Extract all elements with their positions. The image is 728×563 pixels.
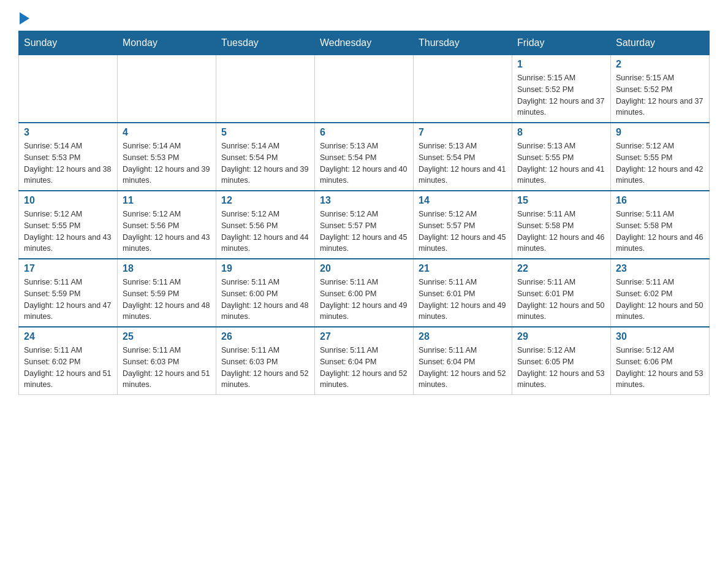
day-info: Sunrise: 5:11 AMSunset: 6:04 PMDaylight:… [419, 345, 507, 391]
day-info: Sunrise: 5:13 AMSunset: 5:55 PMDaylight:… [517, 140, 605, 186]
calendar-week-row-4: 17Sunrise: 5:11 AMSunset: 5:59 PMDayligh… [19, 259, 710, 327]
calendar-cell: 20Sunrise: 5:11 AMSunset: 6:00 PMDayligh… [315, 259, 414, 327]
day-number: 30 [616, 331, 704, 342]
day-info: Sunrise: 5:11 AMSunset: 5:58 PMDaylight:… [616, 209, 704, 255]
day-number: 6 [320, 127, 408, 138]
day-number: 13 [320, 195, 408, 206]
day-info: Sunrise: 5:11 AMSunset: 6:03 PMDaylight:… [123, 345, 211, 391]
day-info: Sunrise: 5:13 AMSunset: 5:54 PMDaylight:… [320, 140, 408, 186]
day-info: Sunrise: 5:15 AMSunset: 5:52 PMDaylight:… [616, 72, 704, 118]
page-header [18, 12, 710, 25]
calendar-cell: 10Sunrise: 5:12 AMSunset: 5:55 PMDayligh… [19, 191, 118, 259]
weekday-header-wednesday: Wednesday [315, 31, 414, 55]
day-number: 9 [616, 127, 704, 138]
weekday-header-sunday: Sunday [19, 31, 118, 55]
calendar-week-row-2: 3Sunrise: 5:14 AMSunset: 5:53 PMDaylight… [19, 123, 710, 191]
day-info: Sunrise: 5:12 AMSunset: 5:55 PMDaylight:… [616, 140, 704, 186]
calendar-cell: 17Sunrise: 5:11 AMSunset: 5:59 PMDayligh… [19, 259, 118, 327]
day-info: Sunrise: 5:12 AMSunset: 5:57 PMDaylight:… [419, 209, 507, 255]
calendar-cell: 28Sunrise: 5:11 AMSunset: 6:04 PMDayligh… [414, 327, 512, 395]
calendar-cell [118, 55, 216, 123]
day-info: Sunrise: 5:11 AMSunset: 6:03 PMDaylight:… [221, 345, 309, 391]
day-number: 28 [419, 331, 507, 342]
calendar-cell: 15Sunrise: 5:11 AMSunset: 5:58 PMDayligh… [512, 191, 611, 259]
weekday-header-monday: Monday [118, 31, 216, 55]
day-number: 2 [616, 59, 704, 70]
day-info: Sunrise: 5:11 AMSunset: 6:01 PMDaylight:… [517, 277, 605, 323]
calendar-cell: 6Sunrise: 5:13 AMSunset: 5:54 PMDaylight… [315, 123, 414, 191]
day-info: Sunrise: 5:11 AMSunset: 5:59 PMDaylight:… [123, 277, 211, 323]
calendar-cell [19, 55, 118, 123]
day-number: 22 [517, 263, 605, 274]
calendar-cell: 9Sunrise: 5:12 AMSunset: 5:55 PMDaylight… [611, 123, 710, 191]
calendar-cell: 21Sunrise: 5:11 AMSunset: 6:01 PMDayligh… [414, 259, 512, 327]
calendar-cell: 22Sunrise: 5:11 AMSunset: 6:01 PMDayligh… [512, 259, 611, 327]
calendar-cell: 2Sunrise: 5:15 AMSunset: 5:52 PMDaylight… [611, 55, 710, 123]
day-info: Sunrise: 5:12 AMSunset: 5:56 PMDaylight:… [123, 209, 211, 255]
day-number: 14 [419, 195, 507, 206]
day-number: 27 [320, 331, 408, 342]
weekday-header-friday: Friday [512, 31, 611, 55]
calendar-cell: 26Sunrise: 5:11 AMSunset: 6:03 PMDayligh… [216, 327, 315, 395]
day-number: 1 [517, 59, 605, 70]
day-number: 19 [221, 263, 309, 274]
calendar-cell: 30Sunrise: 5:12 AMSunset: 6:06 PMDayligh… [611, 327, 710, 395]
logo [18, 12, 29, 25]
day-info: Sunrise: 5:12 AMSunset: 5:56 PMDaylight:… [221, 209, 309, 255]
day-info: Sunrise: 5:11 AMSunset: 6:02 PMDaylight:… [24, 345, 112, 391]
day-number: 7 [419, 127, 507, 138]
day-info: Sunrise: 5:12 AMSunset: 6:06 PMDaylight:… [616, 345, 704, 391]
calendar-table: SundayMondayTuesdayWednesdayThursdayFrid… [18, 31, 710, 395]
day-info: Sunrise: 5:11 AMSunset: 5:58 PMDaylight:… [517, 209, 605, 255]
day-number: 20 [320, 263, 408, 274]
calendar-cell: 12Sunrise: 5:12 AMSunset: 5:56 PMDayligh… [216, 191, 315, 259]
day-number: 16 [616, 195, 704, 206]
calendar-cell: 23Sunrise: 5:11 AMSunset: 6:02 PMDayligh… [611, 259, 710, 327]
day-number: 3 [24, 127, 112, 138]
calendar-cell: 7Sunrise: 5:13 AMSunset: 5:54 PMDaylight… [414, 123, 512, 191]
weekday-header-thursday: Thursday [414, 31, 512, 55]
calendar-cell: 8Sunrise: 5:13 AMSunset: 5:55 PMDaylight… [512, 123, 611, 191]
calendar-cell: 1Sunrise: 5:15 AMSunset: 5:52 PMDaylight… [512, 55, 611, 123]
day-info: Sunrise: 5:11 AMSunset: 6:02 PMDaylight:… [616, 277, 704, 323]
day-number: 29 [517, 331, 605, 342]
calendar-cell: 27Sunrise: 5:11 AMSunset: 6:04 PMDayligh… [315, 327, 414, 395]
weekday-header-row: SundayMondayTuesdayWednesdayThursdayFrid… [19, 31, 710, 55]
day-info: Sunrise: 5:11 AMSunset: 6:04 PMDaylight:… [320, 345, 408, 391]
day-number: 18 [123, 263, 211, 274]
calendar-week-row-5: 24Sunrise: 5:11 AMSunset: 6:02 PMDayligh… [19, 327, 710, 395]
day-number: 25 [123, 331, 211, 342]
logo-arrow-icon [20, 12, 29, 25]
day-info: Sunrise: 5:15 AMSunset: 5:52 PMDaylight:… [517, 72, 605, 118]
day-number: 8 [517, 127, 605, 138]
day-number: 5 [221, 127, 309, 138]
day-number: 21 [419, 263, 507, 274]
calendar-cell [414, 55, 512, 123]
day-info: Sunrise: 5:12 AMSunset: 5:57 PMDaylight:… [320, 209, 408, 255]
day-number: 10 [24, 195, 112, 206]
calendar-cell [315, 55, 414, 123]
calendar-cell: 19Sunrise: 5:11 AMSunset: 6:00 PMDayligh… [216, 259, 315, 327]
day-number: 4 [123, 127, 211, 138]
day-info: Sunrise: 5:12 AMSunset: 6:05 PMDaylight:… [517, 345, 605, 391]
day-number: 26 [221, 331, 309, 342]
calendar-cell: 4Sunrise: 5:14 AMSunset: 5:53 PMDaylight… [118, 123, 216, 191]
day-info: Sunrise: 5:14 AMSunset: 5:53 PMDaylight:… [24, 140, 112, 186]
day-info: Sunrise: 5:14 AMSunset: 5:54 PMDaylight:… [221, 140, 309, 186]
day-number: 12 [221, 195, 309, 206]
calendar-cell: 16Sunrise: 5:11 AMSunset: 5:58 PMDayligh… [611, 191, 710, 259]
day-info: Sunrise: 5:11 AMSunset: 6:00 PMDaylight:… [221, 277, 309, 323]
calendar-cell: 25Sunrise: 5:11 AMSunset: 6:03 PMDayligh… [118, 327, 216, 395]
day-info: Sunrise: 5:14 AMSunset: 5:53 PMDaylight:… [123, 140, 211, 186]
calendar-cell: 29Sunrise: 5:12 AMSunset: 6:05 PMDayligh… [512, 327, 611, 395]
calendar-cell: 3Sunrise: 5:14 AMSunset: 5:53 PMDaylight… [19, 123, 118, 191]
calendar-week-row-1: 1Sunrise: 5:15 AMSunset: 5:52 PMDaylight… [19, 55, 710, 123]
day-number: 24 [24, 331, 112, 342]
calendar-cell: 13Sunrise: 5:12 AMSunset: 5:57 PMDayligh… [315, 191, 414, 259]
calendar-cell: 18Sunrise: 5:11 AMSunset: 5:59 PMDayligh… [118, 259, 216, 327]
day-info: Sunrise: 5:11 AMSunset: 6:01 PMDaylight:… [419, 277, 507, 323]
calendar-cell [216, 55, 315, 123]
day-info: Sunrise: 5:13 AMSunset: 5:54 PMDaylight:… [419, 140, 507, 186]
day-info: Sunrise: 5:11 AMSunset: 5:59 PMDaylight:… [24, 277, 112, 323]
day-info: Sunrise: 5:11 AMSunset: 6:00 PMDaylight:… [320, 277, 408, 323]
